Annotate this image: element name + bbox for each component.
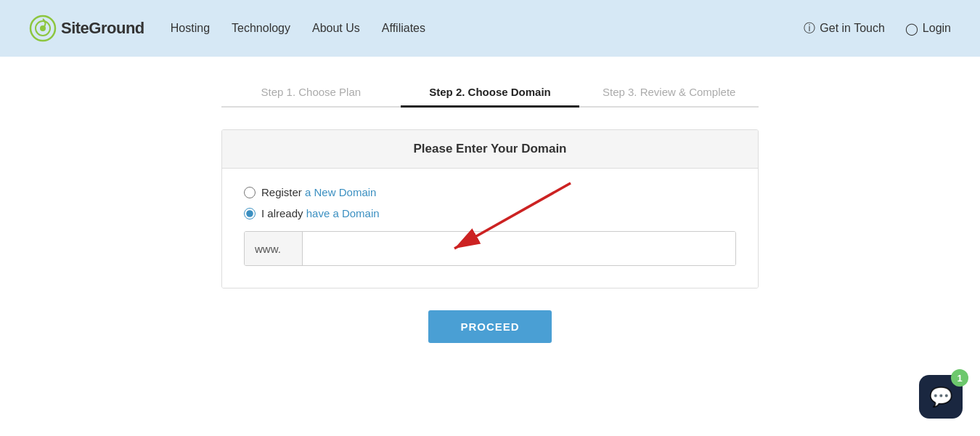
register-label: Register a New Domain: [261, 186, 376, 198]
chat-widget[interactable]: 1 💬: [919, 375, 963, 419]
nav-technology[interactable]: Technology: [232, 22, 290, 35]
domain-card: Please Enter Your Domain Register: [221, 129, 759, 288]
new-domain-link[interactable]: a New Domain: [305, 186, 376, 198]
step-review-complete[interactable]: Step 3. Review & Complete: [579, 86, 759, 108]
header: SiteGround Hosting Technology About Us A…: [0, 0, 980, 57]
logo-text: SiteGround: [61, 19, 144, 38]
header-right: ⓘ Get in Touch ◯ Login: [804, 21, 951, 36]
main-content: Step 1. Choose Plan Step 2. Choose Domai…: [0, 57, 980, 436]
existing-label: I already have a Domain: [261, 207, 380, 219]
step-choose-plan[interactable]: Step 1. Choose Plan: [221, 86, 401, 108]
chat-badge: 1: [951, 369, 968, 387]
existing-option[interactable]: I already have a Domain: [244, 207, 736, 219]
domain-card-title: Please Enter Your Domain: [414, 142, 567, 156]
get-in-touch-button[interactable]: ⓘ Get in Touch: [804, 21, 885, 36]
existing-radio[interactable]: [244, 208, 256, 219]
domain-input[interactable]: [303, 232, 735, 265]
register-option[interactable]: Register a New Domain: [244, 186, 736, 198]
domain-card-header: Please Enter Your Domain: [222, 130, 758, 169]
steps-bar: Step 1. Choose Plan Step 2. Choose Domai…: [221, 86, 759, 108]
have-domain-link[interactable]: have a Domain: [306, 207, 380, 219]
step-choose-domain[interactable]: Step 2. Choose Domain: [401, 86, 580, 108]
help-icon: ⓘ: [804, 21, 815, 36]
logo[interactable]: SiteGround: [29, 15, 144, 42]
login-button[interactable]: ◯ Login: [905, 22, 951, 36]
proceed-button[interactable]: PROCEED: [428, 310, 551, 343]
get-in-touch-label: Get in Touch: [820, 22, 885, 35]
logo-icon: [29, 15, 57, 42]
www-prefix: www.: [245, 232, 303, 265]
nav-hosting[interactable]: Hosting: [171, 22, 210, 35]
chat-icon: 💬: [929, 386, 952, 408]
domain-card-body: Register a New Domain I already have a D…: [222, 169, 758, 288]
user-icon: ◯: [905, 22, 918, 36]
login-label: Login: [923, 22, 951, 35]
main-nav: Hosting Technology About Us Affiliates: [171, 22, 425, 35]
domain-input-row: www.: [244, 231, 736, 266]
header-left: SiteGround Hosting Technology About Us A…: [29, 15, 425, 42]
nav-about-us[interactable]: About Us: [312, 22, 360, 35]
nav-affiliates[interactable]: Affiliates: [382, 22, 425, 35]
register-radio[interactable]: [244, 187, 256, 198]
